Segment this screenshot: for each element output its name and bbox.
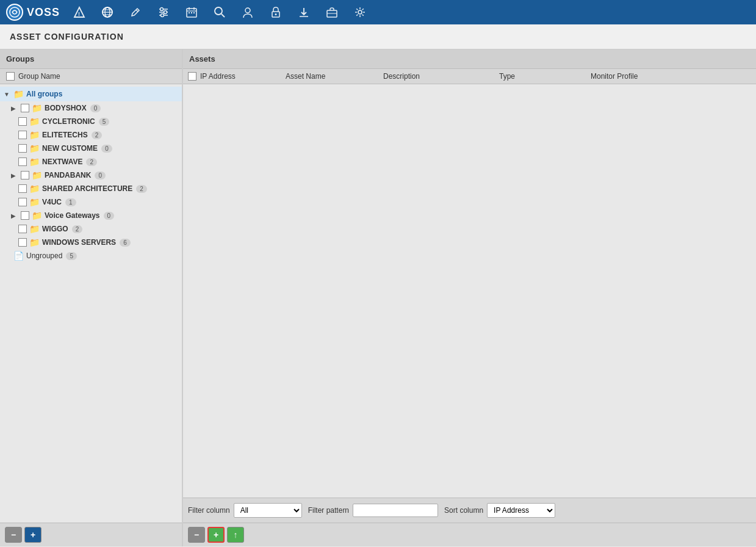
svg-line-8 xyxy=(136,10,138,12)
pencil-icon[interactable] xyxy=(127,4,144,21)
item-checkbox[interactable] xyxy=(18,144,27,153)
assets-footer: Filter column All IP Address Asset Name … xyxy=(183,498,756,523)
page-title: ASSET CONFIGURATION xyxy=(0,24,756,49)
assets-select-all-checkbox[interactable] xyxy=(188,72,196,81)
add-group-button[interactable]: + xyxy=(24,527,41,543)
item-checkbox[interactable] xyxy=(21,211,29,220)
list-item[interactable]: ▶ 📁 BODYSHOX 0 xyxy=(0,101,182,115)
navbar: VOSS ! xyxy=(0,0,756,24)
svg-point-13 xyxy=(164,11,167,14)
ungrouped-badge: 5 xyxy=(66,252,77,260)
col-label-desc: Description xyxy=(383,72,420,81)
briefcase-icon[interactable] xyxy=(323,4,340,21)
groups-tree: ▼ 📁 All groups ▶ 📁 BODYSHOX 0 📁 CYCLETRO… xyxy=(0,84,182,523)
download-icon[interactable] xyxy=(295,4,312,21)
remove-group-button[interactable]: − xyxy=(5,527,22,543)
remove-asset-button[interactable]: − xyxy=(188,527,205,543)
folder-icon: 📁 xyxy=(29,224,40,234)
list-item[interactable]: 📁 WIGGO 2 xyxy=(0,222,182,236)
expand-icon[interactable]: ▶ xyxy=(11,105,18,112)
warning-icon[interactable]: ! xyxy=(71,4,88,21)
list-item[interactable]: 📁 V4UC 1 xyxy=(0,195,182,209)
item-checkbox[interactable] xyxy=(21,171,29,179)
list-item[interactable]: ▶ 📁 Voice Gateways 0 xyxy=(0,209,182,222)
folder-icon: 📁 xyxy=(29,197,40,207)
voice-gateways-label: Voice Gateways xyxy=(45,211,100,220)
list-item[interactable]: 📁 NEXTWAVE 2 xyxy=(0,155,182,168)
ungrouped-label: Ungrouped xyxy=(26,252,62,260)
item-checkbox[interactable] xyxy=(18,184,27,193)
ungrouped-row[interactable]: 📄 Ungrouped 5 xyxy=(0,249,182,263)
list-item[interactable]: 📁 WINDOWS SERVERS 6 xyxy=(0,236,182,249)
user-icon[interactable] xyxy=(239,4,256,21)
item-checkbox[interactable] xyxy=(18,238,27,247)
sliders-icon[interactable] xyxy=(155,4,172,21)
item-checkbox[interactable] xyxy=(18,198,27,206)
search-icon[interactable] xyxy=(211,4,228,21)
expand-icon[interactable]: ▶ xyxy=(11,172,18,179)
groups-bottom-toolbar: − + xyxy=(0,523,182,546)
list-item[interactable]: 📁 SHARED ARCHITECTURE 2 xyxy=(0,182,182,195)
col-label-ip: IP Address xyxy=(200,72,236,81)
item-badge: 1 xyxy=(65,198,76,206)
groups-select-all-checkbox[interactable] xyxy=(6,72,15,81)
all-groups-folder-icon: 📁 xyxy=(13,89,24,99)
folder-icon: 📁 xyxy=(32,170,42,180)
svg-point-0 xyxy=(10,7,20,17)
item-label: ELITETECHS xyxy=(42,131,88,139)
item-badge: 6 xyxy=(120,239,131,247)
filter-pattern-input[interactable] xyxy=(353,504,438,517)
item-badge: 2 xyxy=(86,158,97,166)
all-groups-row[interactable]: ▼ 📁 All groups xyxy=(0,87,182,101)
item-checkbox[interactable] xyxy=(18,131,27,139)
all-groups-label: All groups xyxy=(26,90,62,98)
gear-icon[interactable] xyxy=(351,4,369,21)
item-badge: 0 xyxy=(101,145,112,153)
folder-icon: 📁 xyxy=(32,103,42,113)
col-label-monitor: Monitor Profile xyxy=(591,72,638,81)
list-item[interactable]: ▶ 📁 PANDABANK 0 xyxy=(0,168,182,182)
col-label-name: Asset Name xyxy=(286,72,325,81)
sort-column-group: Sort column IP Address Asset Name Descri… xyxy=(444,503,555,518)
folder-icon: 📁 xyxy=(29,157,40,167)
calendar-icon[interactable] xyxy=(183,4,200,21)
item-badge: 0 xyxy=(104,212,115,220)
item-checkbox[interactable] xyxy=(18,225,27,233)
assets-header: Assets xyxy=(183,49,756,69)
groups-header: Groups xyxy=(0,49,182,69)
filter-column-select[interactable]: All IP Address Asset Name Description Ty… xyxy=(234,503,302,518)
assets-bottom-toolbar: − + ↑ xyxy=(183,523,756,546)
item-checkbox[interactable] xyxy=(18,158,27,166)
assets-panel: Assets IP Address Asset Name Description… xyxy=(183,49,756,546)
groups-panel: Groups Group Name ▼ 📁 All groups ▶ 📁 BOD… xyxy=(0,49,183,546)
item-label: SHARED ARCHITECTURE xyxy=(42,184,132,193)
sort-column-label: Sort column xyxy=(444,506,483,515)
assets-body xyxy=(183,84,756,498)
expand-icon[interactable]: ▶ xyxy=(11,212,18,219)
item-checkbox[interactable] xyxy=(18,117,27,126)
lock-icon[interactable] xyxy=(267,4,284,21)
svg-point-24 xyxy=(245,8,250,13)
list-item[interactable]: 📁 CYCLETRONIC 5 xyxy=(0,115,182,128)
globe-icon[interactable] xyxy=(99,4,116,21)
app-logo[interactable]: VOSS xyxy=(6,4,60,21)
col-label-type: Type xyxy=(499,72,515,81)
list-item[interactable]: 📁 NEW CUSTOME 0 xyxy=(0,142,182,155)
item-badge: 2 xyxy=(72,225,83,233)
item-badge: 5 xyxy=(99,118,110,126)
item-badge: 0 xyxy=(90,104,101,112)
svg-line-23 xyxy=(221,14,225,17)
item-checkbox[interactable] xyxy=(21,104,29,112)
folder-icon: 📁 xyxy=(29,184,40,194)
folder-icon: 📁 xyxy=(29,143,40,153)
svg-rect-21 xyxy=(193,12,195,13)
sort-column-select[interactable]: IP Address Asset Name Description Type M… xyxy=(487,503,555,518)
all-groups-expand[interactable]: ▼ xyxy=(4,91,11,98)
list-item[interactable]: 📁 ELITETECHS 2 xyxy=(0,128,182,142)
upload-asset-button[interactable]: ↑ xyxy=(227,527,244,543)
logo-circle xyxy=(6,4,23,21)
add-asset-button[interactable]: + xyxy=(207,527,225,543)
main-layout: Groups Group Name ▼ 📁 All groups ▶ 📁 BOD… xyxy=(0,49,756,546)
svg-rect-20 xyxy=(191,12,192,13)
item-label: NEW CUSTOME xyxy=(42,144,98,153)
